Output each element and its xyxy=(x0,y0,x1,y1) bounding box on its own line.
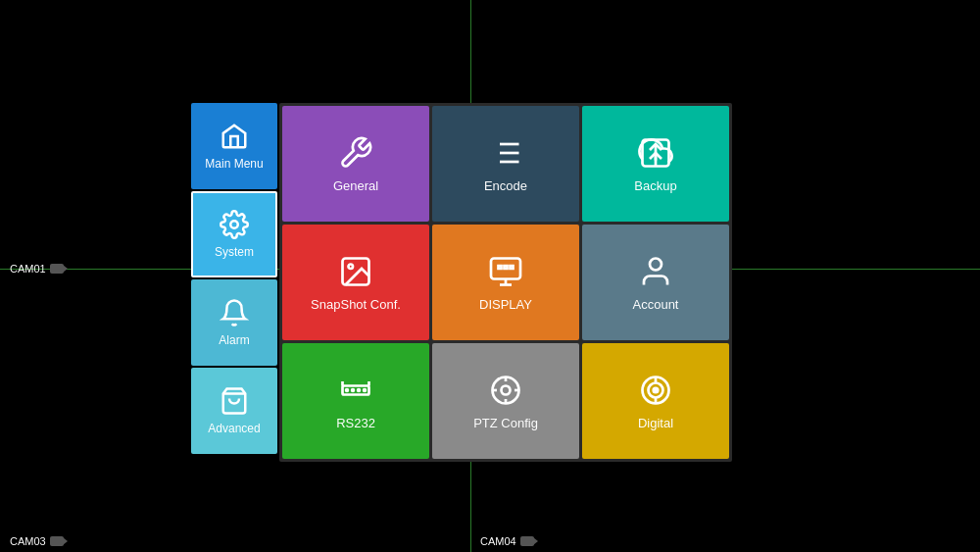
sidebar: Main Menu System Alarm Advanced xyxy=(191,103,277,462)
grid-item-display[interactable]: DISPLAY xyxy=(432,225,579,340)
sidebar-item-system[interactable]: System xyxy=(191,191,277,277)
bell-icon xyxy=(220,298,249,327)
encode-label: Encode xyxy=(484,178,527,193)
grid-item-ptzconfig[interactable]: PTZ Config xyxy=(432,343,579,459)
upload-icon xyxy=(638,135,673,171)
rs232-icon xyxy=(338,373,373,408)
grid-item-snapshot[interactable]: SnapShot Conf. xyxy=(282,225,429,340)
bag-icon xyxy=(220,386,249,416)
display-icon xyxy=(488,254,523,289)
backup-label: Backup xyxy=(634,178,676,193)
svg-point-32 xyxy=(654,387,659,392)
svg-point-25 xyxy=(502,385,511,394)
grid-panel: General Encode Backup xyxy=(279,103,732,462)
grid-item-backup[interactable]: Backup xyxy=(582,106,729,222)
rs232-label: RS232 xyxy=(336,416,375,430)
alarm-label: Alarm xyxy=(219,333,249,347)
list-icon xyxy=(488,135,523,171)
wrench-icon xyxy=(338,135,373,171)
grid-item-general[interactable]: General xyxy=(282,106,429,222)
cam03-icon xyxy=(50,536,64,546)
sidebar-item-main-menu[interactable]: Main Menu xyxy=(191,103,277,189)
gear-icon xyxy=(220,210,249,239)
advanced-label: Advanced xyxy=(208,422,260,435)
grid-item-account[interactable]: Account xyxy=(582,225,729,340)
digital-icon xyxy=(638,373,673,408)
grid-item-rs232[interactable]: RS232 xyxy=(282,343,429,459)
cam01-label: CAM01 xyxy=(10,263,64,275)
account-label: Account xyxy=(633,297,679,312)
cam01-icon xyxy=(50,264,64,274)
system-label: System xyxy=(215,245,254,259)
cam04-label: CAM04 xyxy=(480,535,534,547)
sidebar-item-alarm[interactable]: Alarm xyxy=(191,279,277,366)
ptzconfig-label: PTZ Config xyxy=(473,416,538,430)
ui-container: Main Menu System Alarm Advanced xyxy=(191,103,732,462)
sidebar-item-advanced[interactable]: Advanced xyxy=(191,368,277,454)
svg-point-12 xyxy=(349,264,354,269)
cam03-label: CAM03 xyxy=(10,535,64,547)
grid-item-digital[interactable]: Digital xyxy=(582,343,729,459)
display-label: DISPLAY xyxy=(479,297,532,312)
svg-point-16 xyxy=(650,258,662,270)
home-icon xyxy=(220,122,249,151)
general-label: General xyxy=(333,178,378,193)
main-menu-label: Main Menu xyxy=(205,157,263,171)
digital-label: Digital xyxy=(638,416,673,430)
cam04-icon xyxy=(520,536,534,546)
user-icon xyxy=(638,254,673,289)
svg-point-0 xyxy=(230,221,238,228)
grid-item-encode[interactable]: Encode xyxy=(432,106,579,222)
ptz-icon xyxy=(488,373,523,408)
snapshot-label: SnapShot Conf. xyxy=(311,297,401,312)
image-icon xyxy=(338,254,373,289)
